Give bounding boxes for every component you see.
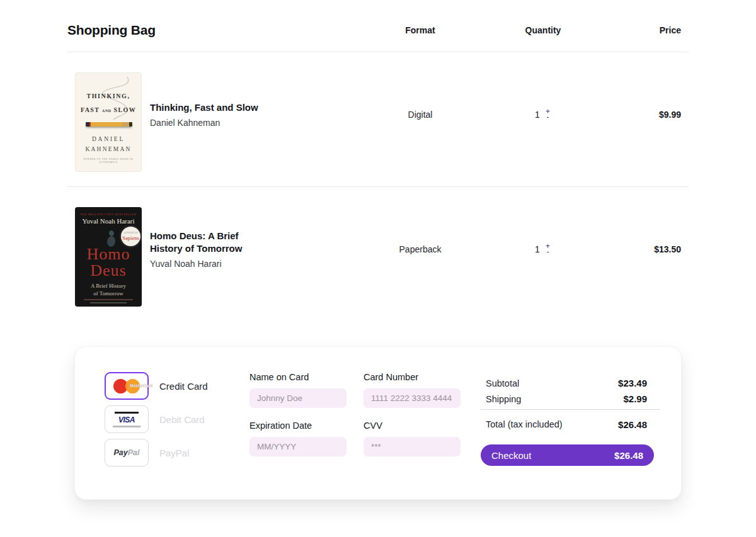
cover-topline: THE MILLION COPY BESTSELLER (75, 213, 142, 216)
payment-method-credit-card-button[interactable]: MasterCard (105, 372, 149, 400)
cover-subtitle-line2: of Tomorrow (75, 290, 142, 297)
cover-author-line2: KAHNEMAN (76, 146, 141, 152)
payment-method-label: PayPal (159, 448, 190, 458)
name-on-card-label: Name on Card (249, 372, 346, 382)
checkout-button[interactable]: Checkout $26.48 (481, 444, 654, 466)
paypal-logo-icon: PayPal (113, 448, 139, 457)
item-author: Yuval Noah Harari (150, 259, 263, 269)
visa-logo-icon: VISA (113, 412, 140, 427)
cover-author: Yuval Noah Harari (75, 217, 142, 225)
payment-method-label: Debit Card (159, 414, 205, 425)
payment-card: MasterCard Credit Card VISA Debit Card (74, 346, 682, 500)
name-on-card-input[interactable] (249, 388, 346, 408)
card-form: Name on Card Card Number Expiration Date… (249, 372, 461, 499)
pencil-illustration (86, 122, 132, 127)
payment-method-debit-card-button[interactable]: VISA (105, 405, 149, 433)
cover-title-line1: THINKING, (76, 93, 141, 99)
quantity-decrease-button[interactable]: - (545, 115, 550, 120)
scribble-decoration (81, 76, 137, 126)
cover-author-line1: DANIEL (76, 136, 141, 142)
payment-method-paypal-button[interactable]: PayPal (105, 439, 149, 466)
shopping-bag-page: Shopping Bag Format Quantity Price THINK… (67, 0, 689, 500)
quantity-stepper: + - (544, 109, 551, 120)
card-number-label: Card Number (364, 372, 461, 382)
checkout-button-amount: $26.48 (614, 450, 643, 461)
item-quantity-cell: 1 + - (483, 207, 603, 291)
payment-methods: MasterCard Credit Card VISA Debit Card (105, 372, 249, 499)
bag-header: Shopping Bag Format Quantity Price (67, 0, 689, 52)
cvv-input[interactable] (364, 437, 461, 456)
cvv-label: CVV (364, 421, 461, 431)
mastercard-logo-icon: MasterCard (112, 378, 141, 395)
item-quantity-cell: 1 + - (483, 72, 603, 157)
cover-title-line2: FAST AND SLOW (76, 106, 141, 113)
cart-item-thinking-fast-and-slow: THINKING, FAST AND SLOW DANIEL KAHNEMAN … (67, 52, 689, 186)
shipping-value: $2.99 (623, 393, 660, 404)
payment-method-label: Credit Card (159, 381, 208, 392)
column-header-quantity: Quantity (483, 25, 603, 35)
order-summary: Subtotal $23.49 Shipping $2.99 Total (ta… (481, 372, 660, 499)
shipping-label: Shipping (486, 394, 521, 404)
total-value: $26.48 (618, 419, 660, 430)
cover-footer-decoration (84, 299, 133, 300)
checkout-button-label: Checkout (491, 450, 531, 461)
item-title: Thinking, Fast and Slow (150, 101, 258, 114)
summary-divider (481, 409, 660, 410)
item-format: Digital (357, 72, 483, 157)
cover-subtitle-line1: A Brief History (75, 283, 142, 289)
cover-title-line2: Deus (75, 263, 142, 279)
cover-title-line1: Homo (75, 246, 142, 263)
item-author: Daniel Kahneman (150, 118, 258, 128)
page-title: Shopping Bag (67, 23, 357, 38)
column-header-price: Price (603, 25, 689, 35)
item-price: $13.50 (603, 207, 689, 291)
book-cover-homo-deus: THE MILLION COPY BESTSELLER Yuval Noah H… (75, 207, 142, 307)
subtotal-value: $23.49 (618, 378, 660, 388)
item-price: $9.99 (603, 72, 689, 157)
book-cover-thinking-fast-and-slow: THINKING, FAST AND SLOW DANIEL KAHNEMAN … (75, 72, 142, 172)
total-label: Total (tax included) (486, 419, 563, 429)
quantity-decrease-button[interactable]: - (545, 249, 550, 255)
cover-tagline: WINNER OF THE NOBEL PRIZE IN ECONOMICS (76, 157, 141, 164)
item-title: Homo Deus: A Brief History of Tomorrow (150, 230, 263, 256)
card-number-input[interactable] (364, 388, 461, 408)
expiration-date-label: Expiration Date (249, 421, 346, 431)
quantity-value: 1 (535, 110, 540, 120)
column-header-format: Format (357, 25, 483, 35)
cart-item-homo-deus: THE MILLION COPY BESTSELLER Yuval Noah H… (67, 187, 689, 321)
subtotal-label: Subtotal (486, 378, 519, 388)
expiration-date-input[interactable] (249, 437, 346, 456)
quantity-stepper: + - (544, 244, 551, 255)
cover-footer-decoration (90, 302, 127, 303)
item-format: Paperback (357, 207, 483, 291)
quantity-value: 1 (535, 244, 540, 254)
sapiens-badge: AUTHOR OF Sapiens (121, 227, 140, 246)
